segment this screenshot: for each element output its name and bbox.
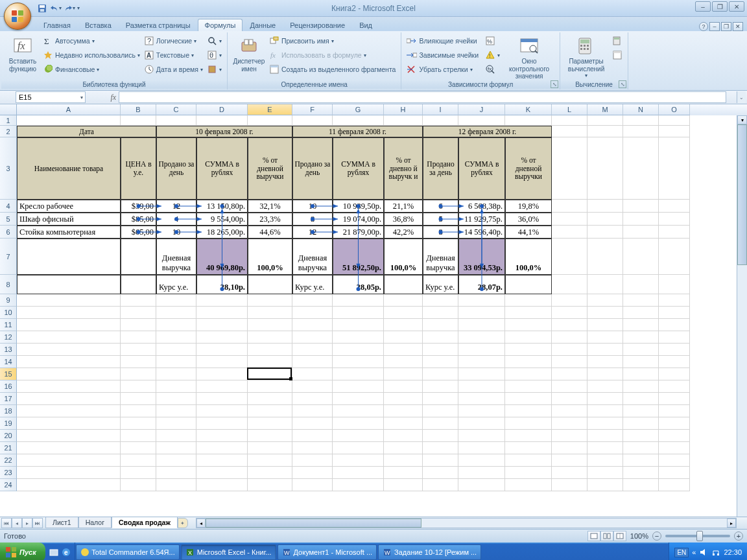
cell[interactable]: [196, 294, 248, 307]
spreadsheet-grid[interactable]: ABCDEFGHIJKLMNO 12Дата10 февраля 2008 г.…: [0, 104, 747, 517]
cell[interactable]: [659, 344, 690, 356]
cell[interactable]: [121, 239, 156, 275]
cell[interactable]: [505, 319, 552, 331]
cell[interactable]: [423, 319, 458, 331]
cell[interactable]: [623, 319, 659, 331]
cell[interactable]: [505, 368, 552, 380]
cell[interactable]: [156, 430, 196, 442]
cell[interactable]: [292, 344, 333, 356]
cell[interactable]: [121, 344, 156, 356]
undo-icon[interactable]: ▾: [50, 3, 62, 14]
cell[interactable]: [423, 356, 458, 368]
zoom-level[interactable]: 100%: [630, 532, 648, 540]
cell[interactable]: 19,8%: [505, 200, 552, 213]
row-header[interactable]: 12: [0, 331, 17, 344]
save-icon[interactable]: [36, 3, 48, 14]
use-in-formula-button[interactable]: fxИспользовать в формуле▾: [267, 48, 397, 62]
cell[interactable]: [552, 368, 587, 380]
cell[interactable]: [423, 479, 458, 491]
cell[interactable]: [17, 344, 121, 356]
fx-button-icon[interactable]: fx: [97, 93, 116, 102]
cell[interactable]: [552, 380, 587, 393]
cell[interactable]: [17, 417, 121, 430]
cell[interactable]: Продано за день: [292, 137, 333, 200]
cell[interactable]: [552, 467, 587, 479]
cell[interactable]: [384, 356, 423, 368]
cell[interactable]: [17, 380, 121, 393]
row-header[interactable]: 21: [0, 442, 17, 454]
cell[interactable]: [292, 294, 333, 307]
cell[interactable]: 12 февраля 2008 г.: [423, 126, 552, 137]
cell[interactable]: СУММА в рублях: [333, 137, 384, 200]
cell[interactable]: [659, 368, 690, 380]
cell[interactable]: 28,07р.: [458, 275, 505, 294]
cell[interactable]: [17, 275, 121, 294]
cell[interactable]: [423, 442, 458, 454]
cell[interactable]: [659, 319, 690, 331]
cell[interactable]: [659, 137, 690, 200]
cell[interactable]: [156, 467, 196, 479]
cell[interactable]: [156, 393, 196, 405]
cell[interactable]: [248, 442, 292, 454]
cell[interactable]: [384, 467, 423, 479]
cell[interactable]: [587, 479, 623, 491]
cell[interactable]: [587, 442, 623, 454]
cell[interactable]: [384, 368, 423, 380]
cell[interactable]: [17, 430, 121, 442]
cell[interactable]: [384, 393, 423, 405]
doc-minimize-button[interactable]: –: [709, 22, 720, 31]
formula-bar[interactable]: [119, 91, 726, 103]
cell[interactable]: [552, 430, 587, 442]
cell[interactable]: 19 074,00р.: [333, 213, 384, 226]
cell[interactable]: 18 265,00р.: [196, 226, 248, 239]
cell[interactable]: [423, 344, 458, 356]
show-formulas-button[interactable]: %: [483, 34, 502, 48]
cell[interactable]: [659, 405, 690, 417]
cell[interactable]: [333, 405, 384, 417]
cell[interactable]: [384, 442, 423, 454]
cell[interactable]: [505, 115, 552, 126]
cell[interactable]: [423, 393, 458, 405]
cell[interactable]: СУММА в рублях: [196, 137, 248, 200]
cell[interactable]: 28,05р.: [333, 275, 384, 294]
cell[interactable]: [384, 479, 423, 491]
cell[interactable]: [659, 356, 690, 368]
cell[interactable]: [659, 380, 690, 393]
cell[interactable]: [333, 115, 384, 126]
cell[interactable]: [458, 307, 505, 319]
cell[interactable]: 36,8%: [384, 213, 423, 226]
cell[interactable]: [196, 454, 248, 467]
cell[interactable]: [333, 479, 384, 491]
cell[interactable]: [505, 417, 552, 430]
cell[interactable]: [292, 319, 333, 331]
cell[interactable]: [552, 356, 587, 368]
cell[interactable]: [248, 294, 292, 307]
logical-button[interactable]: ?Логические▾: [142, 34, 205, 48]
cell[interactable]: [196, 344, 248, 356]
cell[interactable]: [292, 393, 333, 405]
recent-button[interactable]: Недавно использовались▾: [41, 48, 142, 62]
cell[interactable]: [17, 294, 121, 307]
cell[interactable]: Стойка компьютерная: [17, 226, 121, 239]
cell[interactable]: [121, 368, 156, 380]
start-button[interactable]: Пуск: [0, 542, 45, 560]
cell[interactable]: 40 969,80р.: [196, 239, 248, 275]
cell[interactable]: 32,1%: [248, 200, 292, 213]
cell[interactable]: [623, 442, 659, 454]
zoom-in-button[interactable]: +: [734, 531, 743, 541]
cell[interactable]: [458, 356, 505, 368]
cell[interactable]: [17, 356, 121, 368]
cell[interactable]: [587, 454, 623, 467]
office-button[interactable]: [4, 3, 31, 30]
cell[interactable]: [552, 454, 587, 467]
page-layout-button[interactable]: [600, 531, 613, 541]
cell[interactable]: [552, 307, 587, 319]
cell[interactable]: $39,00: [121, 200, 156, 213]
cell[interactable]: [587, 417, 623, 430]
cell[interactable]: [505, 393, 552, 405]
cell[interactable]: 8: [292, 213, 333, 226]
cell[interactable]: $65,00: [121, 226, 156, 239]
cell[interactable]: [423, 115, 458, 126]
cell[interactable]: [333, 368, 384, 380]
cell[interactable]: [248, 115, 292, 126]
